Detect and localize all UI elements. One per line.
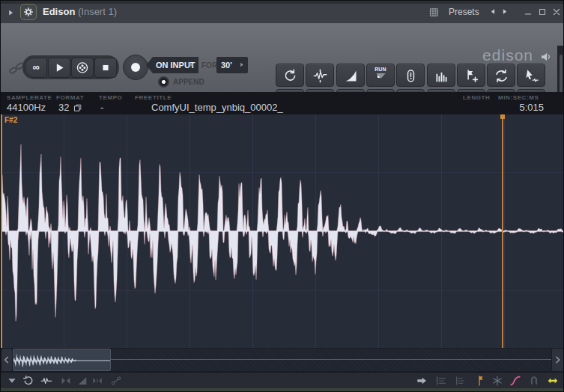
eq-icon bbox=[434, 68, 449, 84]
status-list1-button[interactable] bbox=[435, 375, 447, 387]
status-list2-button[interactable] bbox=[455, 375, 467, 387]
maximize-button[interactable] bbox=[537, 7, 548, 17]
preset-prev-button[interactable] bbox=[488, 7, 498, 16]
status-tri-down-button[interactable] bbox=[6, 375, 18, 387]
title-bar: Edison (Insert 1) Presets bbox=[1, 1, 563, 23]
chevron-down-icon bbox=[373, 68, 389, 84]
plugin-name: Edison bbox=[43, 6, 75, 17]
chevron-right-icon bbox=[237, 61, 246, 69]
fadein-tool-button[interactable] bbox=[336, 64, 365, 87]
record-duration-selector[interactable]: 30' bbox=[216, 57, 248, 73]
samplerate-label: SAMPLERATE bbox=[7, 94, 52, 101]
run-tool-button[interactable]: RUN bbox=[366, 64, 395, 87]
status-linkdots-button[interactable] bbox=[110, 375, 122, 387]
turn-icon bbox=[282, 68, 298, 84]
resample-tool-button[interactable] bbox=[487, 64, 515, 87]
status-snow-button[interactable] bbox=[491, 375, 503, 387]
transport-controls: ∞ bbox=[22, 55, 119, 79]
playback-marker[interactable] bbox=[502, 114, 503, 348]
overview-tail-line bbox=[111, 359, 551, 360]
length-label: LENGTH bbox=[463, 94, 491, 101]
edison-window: Edison (Insert 1) Presets ∞ ON INPUT FOR… bbox=[0, 0, 564, 392]
tempo-value: - bbox=[100, 102, 103, 113]
window-bottom-edge bbox=[1, 388, 564, 392]
for-label: FOR bbox=[201, 61, 217, 70]
amp-tool-button[interactable] bbox=[396, 64, 425, 87]
amp-icon bbox=[403, 68, 419, 84]
status-arrowright-button[interactable] bbox=[416, 375, 428, 387]
status-wavesel-button[interactable] bbox=[40, 375, 52, 387]
samplerate-value: 44100Hz bbox=[7, 102, 46, 113]
declick-tool-button[interactable] bbox=[306, 64, 334, 87]
eq-tool-button[interactable] bbox=[427, 64, 455, 87]
status-scurve-button[interactable] bbox=[509, 375, 521, 387]
title-label: TITLE bbox=[153, 94, 172, 101]
scroll-right-button[interactable] bbox=[552, 349, 563, 371]
sample-info-bar: SAMPLERATE 44100Hz FORMAT 32 TEMPO - FRE… bbox=[1, 92, 563, 114]
record-button[interactable] bbox=[123, 55, 148, 80]
status-zoominward-button[interactable] bbox=[60, 375, 72, 387]
root-note-label: F#2 bbox=[4, 116, 17, 124]
append-label: APPEND bbox=[173, 78, 204, 86]
flagadd-icon bbox=[464, 68, 479, 84]
cursorwave-tool-button[interactable] bbox=[517, 64, 545, 87]
scroll-left-button[interactable] bbox=[1, 349, 12, 371]
record-dot-icon bbox=[131, 63, 140, 72]
main-toolbar: ∞ ON INPUT FOR 30' APPEND edison RUN bbox=[1, 23, 563, 92]
status-arrowlr-button[interactable] bbox=[547, 375, 559, 387]
append-radio[interactable] bbox=[158, 76, 169, 88]
waveform-editor[interactable]: F#2 bbox=[1, 114, 564, 348]
declick-icon bbox=[312, 68, 328, 84]
overview-scrollbar[interactable] bbox=[1, 348, 564, 372]
tempo-label: TEMPO bbox=[99, 94, 122, 101]
append-option[interactable]: APPEND bbox=[158, 76, 204, 88]
status-snapsel-button[interactable] bbox=[91, 375, 103, 387]
title-value: ComfyUI_temp_ynbiq_00002_ bbox=[151, 102, 283, 113]
speaker-icon bbox=[539, 50, 553, 64]
titlebar-pattern bbox=[1, 1, 563, 4]
minimize-button[interactable] bbox=[523, 7, 533, 17]
length-value: 5:015 bbox=[519, 102, 544, 113]
presets-label[interactable]: Presets bbox=[449, 7, 479, 17]
status-bar bbox=[1, 372, 564, 388]
status-flagmark-button[interactable] bbox=[475, 375, 487, 387]
stop-button[interactable] bbox=[94, 58, 117, 78]
waveform-display bbox=[1, 114, 564, 348]
resample-icon bbox=[494, 68, 509, 84]
status-magnet-button[interactable] bbox=[528, 375, 540, 387]
plugin-picker-icon[interactable] bbox=[428, 7, 440, 18]
sample-start-marker bbox=[1, 114, 2, 348]
overview-waveform bbox=[13, 349, 111, 371]
free-label: FREE bbox=[135, 94, 153, 101]
plugin-gear-icon[interactable] bbox=[20, 4, 37, 20]
loop-mode-button[interactable] bbox=[71, 58, 94, 78]
fadein-icon bbox=[343, 68, 359, 84]
scrollbar-thumb[interactable] bbox=[13, 349, 111, 371]
cursorwave-icon bbox=[524, 68, 539, 84]
window-title: Edison (Insert 1) bbox=[43, 6, 117, 17]
edison-logo: edison bbox=[482, 46, 533, 64]
playback-marker-head[interactable] bbox=[500, 114, 505, 119]
loop-button[interactable]: ∞ bbox=[25, 58, 47, 78]
chevron-right-icon bbox=[187, 61, 195, 69]
svg-text:∞: ∞ bbox=[32, 62, 39, 73]
turn-tool-button[interactable] bbox=[276, 64, 304, 87]
close-button[interactable] bbox=[551, 7, 562, 17]
insert-slot-label: (Insert 1) bbox=[78, 6, 117, 17]
status-undo-button[interactable] bbox=[22, 375, 34, 387]
format-value: 32 bbox=[58, 102, 69, 113]
flagadd-tool-button[interactable] bbox=[457, 64, 485, 87]
detach-arrow-icon[interactable] bbox=[5, 7, 16, 18]
status-ramp-button[interactable] bbox=[76, 375, 88, 387]
format-change-icon[interactable] bbox=[73, 103, 82, 113]
duration-value: 30' bbox=[221, 61, 232, 70]
length-units-label: MIN:SEC:MS bbox=[498, 94, 539, 101]
record-mode-selector[interactable]: ON INPUT bbox=[146, 57, 198, 73]
format-label: FORMAT bbox=[56, 94, 84, 101]
preset-next-button[interactable] bbox=[500, 7, 509, 16]
play-button[interactable] bbox=[48, 58, 70, 78]
